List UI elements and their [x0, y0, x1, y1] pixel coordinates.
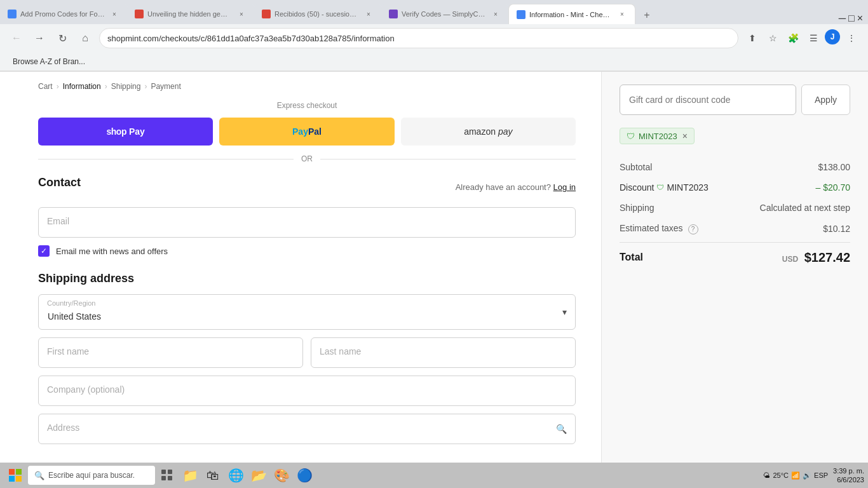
- browser-tab-4[interactable]: Verify Codes — SimplyCodes ×: [381, 4, 508, 24]
- forward-button[interactable]: →: [31, 29, 48, 47]
- tab-close-4[interactable]: ×: [491, 9, 501, 19]
- star-icon[interactable]: ☆: [764, 29, 782, 47]
- home-button[interactable]: ⌂: [76, 29, 94, 47]
- browser-tab-3[interactable]: Recibidos (50) - sucesionjoa... ×: [254, 4, 381, 24]
- first-name-input[interactable]: [38, 337, 303, 368]
- svg-rect-1: [16, 469, 22, 475]
- total-currency: USD: [782, 255, 798, 264]
- tab-close-1[interactable]: ×: [109, 9, 119, 19]
- payment-buttons: shop Pay PayPal amazon pay: [38, 118, 576, 146]
- tab-favicon-2: [135, 10, 144, 18]
- discount-label: Discount: [620, 182, 654, 193]
- login-prompt: Already have an account? Log in: [456, 182, 576, 192]
- app3-icon[interactable]: 🎨: [271, 465, 292, 485]
- first-name-wrapper: First name: [38, 337, 303, 368]
- close-button[interactable]: ×: [857, 13, 863, 24]
- breadcrumb-cart[interactable]: Cart: [38, 82, 53, 91]
- bookmarks-bar: Browse A-Z of Bran...: [0, 52, 868, 71]
- paypal-button[interactable]: PayPal: [219, 118, 394, 146]
- store-icon[interactable]: 🛍: [203, 465, 223, 485]
- browser-tab-2[interactable]: Unveiling the hidden gems o... ×: [127, 4, 254, 24]
- profile-icon[interactable]: J: [825, 29, 840, 44]
- discount-shield-sm-icon: 🛡: [656, 183, 664, 192]
- discount-code-badge: MINT2023: [639, 132, 677, 141]
- taskbar-right: 🌤 25°C 📶 🔊 ESP 3:39 p. m. 6/6/2023: [763, 466, 864, 485]
- taskbar-clock: 3:39 p. m. 6/6/2023: [833, 466, 864, 485]
- toolbar-actions: ⬆ ☆ 🧩 ☰ J ⋮: [743, 29, 860, 47]
- email-field-wrapper: Email: [38, 207, 576, 238]
- browser-chrome: Add Promo Codes for Form... × Unveiling …: [0, 0, 868, 72]
- taskview-button[interactable]: [157, 465, 177, 485]
- taxes-info-icon[interactable]: ?: [688, 224, 698, 234]
- bookmark-browse[interactable]: Browse A-Z of Bran...: [8, 56, 90, 67]
- shop-pay-button[interactable]: shop Pay: [38, 118, 213, 146]
- last-name-input[interactable]: [311, 337, 576, 368]
- extensions-icon[interactable]: 🧩: [784, 29, 802, 47]
- company-wrapper: Company (optional): [38, 376, 576, 406]
- taskbar-search[interactable]: 🔍 Escribe aquí para buscar.: [28, 466, 155, 485]
- maximize-button[interactable]: □: [848, 13, 855, 24]
- shipping-label: Shipping: [620, 203, 654, 213]
- system-tray: 🌤 25°C 📶 🔊 ESP: [763, 471, 828, 480]
- minimize-button[interactable]: ─: [839, 13, 846, 24]
- tray-weather-icon: 🌤: [763, 471, 770, 479]
- taskbar-search-placeholder: Escribe aquí para buscar.: [48, 471, 135, 480]
- country-select[interactable]: United States: [38, 294, 576, 330]
- breadcrumb-information[interactable]: Information: [63, 82, 101, 91]
- browser-tab-5[interactable]: Information - Mint - Checko... ×: [508, 4, 635, 24]
- share-icon[interactable]: ⬆: [743, 29, 761, 47]
- menu-icon[interactable]: ⋮: [843, 29, 860, 47]
- tab-label-3: Recibidos (50) - sucesionjoa...: [275, 10, 360, 18]
- app4-icon[interactable]: 🔵: [294, 465, 315, 485]
- email-input[interactable]: [38, 207, 576, 238]
- taskbar: 🔍 Escribe aquí para buscar. 📁 🛍 🌐 📂 🎨 🔵 …: [0, 463, 868, 488]
- svg-rect-3: [16, 476, 22, 482]
- checkout-left: Cart › Information › Shipping › Payment …: [0, 72, 601, 488]
- discount-row: Discount 🛡 MINT2023 – $20.70: [620, 177, 850, 198]
- browser-tab-1[interactable]: Add Promo Codes for Form... ×: [0, 4, 127, 24]
- app2-icon[interactable]: 📂: [248, 465, 269, 485]
- start-button[interactable]: [4, 464, 27, 487]
- search-icon: 🔍: [34, 471, 44, 480]
- company-input[interactable]: [38, 376, 576, 406]
- tray-temp: 25°C: [773, 471, 789, 479]
- apply-button[interactable]: Apply: [801, 85, 850, 115]
- address-input[interactable]: [38, 414, 576, 444]
- windows-logo-icon: [9, 469, 22, 482]
- svg-rect-7: [168, 476, 172, 480]
- svg-rect-0: [9, 469, 15, 475]
- breadcrumb-shipping[interactable]: Shipping: [111, 82, 141, 91]
- gift-card-row: Apply: [620, 85, 850, 115]
- tab-close-3[interactable]: ×: [363, 9, 374, 19]
- address-search-icon: 🔍: [556, 424, 567, 434]
- tray-network-icon: 📶: [791, 471, 800, 480]
- or-divider: OR: [38, 154, 576, 163]
- amazon-pay-button[interactable]: amazon pay: [401, 118, 576, 146]
- or-text: OR: [301, 154, 313, 163]
- newsletter-checkbox[interactable]: ✓: [38, 245, 50, 257]
- breadcrumb-payment[interactable]: Payment: [151, 82, 180, 91]
- url-text: shopmint.com/checkouts/c/861dd1a0afc37a3…: [107, 34, 395, 43]
- file-explorer-icon[interactable]: 📁: [180, 465, 200, 485]
- gift-card-input[interactable]: [620, 85, 796, 115]
- last-name-wrapper: Last name: [311, 337, 576, 368]
- taskbar-date-display: 6/6/2023: [833, 475, 864, 484]
- tab-label-4: Verify Codes — SimplyCodes: [402, 10, 487, 18]
- sidebar-toggle-icon[interactable]: ☰: [804, 29, 822, 47]
- discount-remove-button[interactable]: ×: [682, 131, 688, 141]
- tab-label-2: Unveiling the hidden gems o...: [147, 10, 233, 18]
- tab-label-1: Add Promo Codes for Form...: [20, 10, 105, 18]
- address-bar[interactable]: shopmint.com/checkouts/c/861dd1a0afc37a3…: [99, 28, 738, 48]
- tab-close-2[interactable]: ×: [236, 9, 247, 19]
- express-checkout-section: Express checkout shop Pay PayPal amazon …: [38, 101, 576, 163]
- express-checkout-label: Express checkout: [38, 101, 576, 110]
- back-button[interactable]: ←: [8, 29, 25, 47]
- tab-close-5[interactable]: ×: [617, 10, 627, 20]
- shipping-address-title: Shipping address: [38, 272, 576, 285]
- app1-icon[interactable]: 🌐: [226, 465, 246, 485]
- tray-language: ESP: [814, 471, 828, 479]
- svg-rect-6: [161, 476, 166, 480]
- new-tab-button[interactable]: +: [638, 6, 656, 24]
- refresh-button[interactable]: ↻: [53, 29, 71, 47]
- log-in-link[interactable]: Log in: [553, 182, 576, 192]
